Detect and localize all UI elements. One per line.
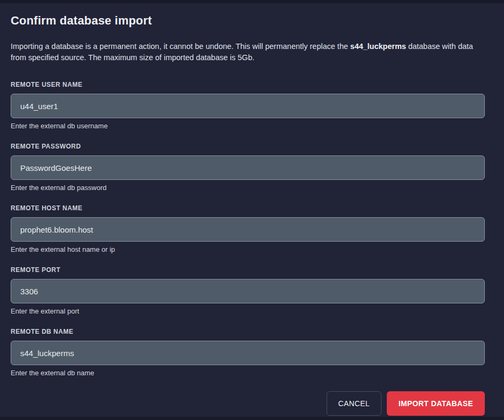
dialog-footer: CANCEL IMPORT DATABASE <box>11 391 485 416</box>
import-database-button[interactable]: IMPORT DATABASE <box>387 391 485 416</box>
remote-port-input[interactable] <box>11 279 485 303</box>
remote-db-name-input[interactable] <box>11 341 485 365</box>
remote-user-name-helper: Enter the external db username <box>11 122 485 130</box>
form-group-remote-user-name: REMOTE USER NAME Enter the external db u… <box>11 81 485 130</box>
remote-password-label: REMOTE PASSWORD <box>11 143 485 150</box>
remote-password-helper: Enter the external db password <box>11 184 485 192</box>
form-group-remote-port: REMOTE PORT Enter the external port <box>11 266 485 315</box>
description-db-name-highlight: s44_luckperms <box>350 42 406 51</box>
form-group-remote-password: REMOTE PASSWORD Enter the external db pa… <box>11 143 485 192</box>
remote-port-helper: Enter the external port <box>11 307 485 315</box>
dialog-description: Importing a database is a permanent acti… <box>11 41 485 63</box>
remote-host-name-label: REMOTE HOST NAME <box>11 204 485 212</box>
description-text-before: Importing a database is a permanent acti… <box>11 42 350 51</box>
remote-host-name-input[interactable] <box>11 217 485 242</box>
remote-password-input[interactable] <box>11 155 485 180</box>
form-group-remote-host-name: REMOTE HOST NAME Enter the external host… <box>11 204 485 253</box>
import-form: REMOTE USER NAME Enter the external db u… <box>11 81 485 377</box>
remote-host-name-helper: Enter the external host name or ip <box>11 245 485 253</box>
remote-user-name-label: REMOTE USER NAME <box>11 81 485 88</box>
form-group-remote-db-name: REMOTE DB NAME Enter the external db nam… <box>11 328 485 377</box>
confirm-database-import-dialog: Confirm database import Importing a data… <box>0 3 504 417</box>
remote-user-name-input[interactable] <box>11 94 485 118</box>
cancel-button[interactable]: CANCEL <box>327 391 381 416</box>
dialog-title: Confirm database import <box>11 13 485 28</box>
remote-db-name-helper: Enter the external db name <box>11 369 485 377</box>
remote-db-name-label: REMOTE DB NAME <box>11 328 485 335</box>
remote-port-label: REMOTE PORT <box>11 266 485 274</box>
